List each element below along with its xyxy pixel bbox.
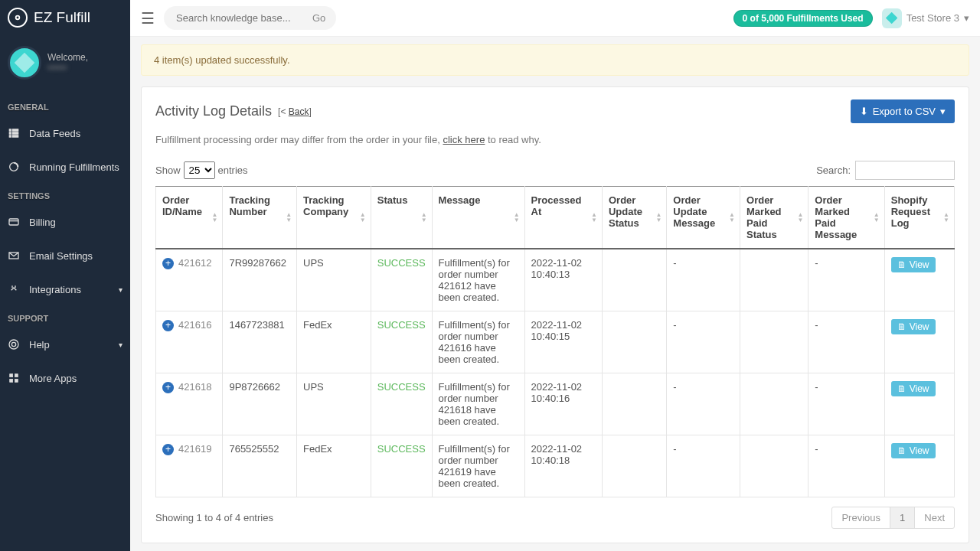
col-message[interactable]: Message▲▼: [432, 187, 524, 249]
svg-rect-16: [15, 379, 18, 382]
cell-message: Fulfillment(s) for order number 421616 h…: [432, 311, 524, 373]
store-switcher[interactable]: Test Store 3 ▾: [882, 8, 969, 28]
cell-processed-at: 2022-11-02 10:40:13: [524, 249, 602, 311]
note-pre: Fulfillment processing order may differ …: [155, 134, 443, 145]
page-title: Activity Log Details: [155, 103, 272, 119]
col-tracking-no[interactable]: Tracking Number▲▼: [223, 187, 297, 249]
table-row: +4216161467723881FedExSUCCESSFulfillment…: [156, 311, 955, 373]
cell-status: SUCCESS: [371, 373, 432, 435]
cell-message: Fulfillment(s) for order number 421619 h…: [432, 435, 524, 497]
search-input[interactable]: [175, 8, 305, 28]
col-processed-at[interactable]: Processed At▲▼: [524, 187, 602, 249]
col-tracking-co[interactable]: Tracking Company▲▼: [297, 187, 371, 249]
cell-status: SUCCESS: [371, 311, 432, 373]
sort-icon: ▲▼: [797, 212, 803, 223]
brand[interactable]: EZ Fulfill: [0, 0, 130, 35]
sidebar-item-more-apps[interactable]: More Apps: [0, 361, 130, 395]
cell-tracking-no: 765525552: [223, 435, 297, 497]
brand-name: EZ Fulfill: [34, 9, 90, 26]
svg-rect-13: [10, 374, 13, 377]
caret-down-icon: ▾: [940, 106, 946, 117]
usage-badge: 0 of 5,000 Fulfillments Used: [733, 10, 873, 27]
success-alert: 4 item(s) updated successfully.: [141, 44, 969, 76]
cell-omp-message: -: [808, 435, 884, 497]
pager-prev[interactable]: Previous: [832, 507, 890, 528]
export-csv-button[interactable]: ⬇ Export to CSV ▾: [851, 99, 955, 123]
svg-point-12: [11, 342, 15, 346]
sort-icon: ▲▼: [729, 212, 735, 223]
col-status[interactable]: Status▲▼: [371, 187, 432, 249]
sidebar-item-email-settings[interactable]: Email Settings: [0, 239, 130, 272]
sort-icon: ▲▼: [943, 212, 949, 223]
show-label: Show: [155, 165, 181, 176]
sidebar-item-data-feeds[interactable]: Data Feeds: [0, 116, 130, 150]
file-icon: 🗎: [897, 259, 906, 270]
table-controls: Show 25 entries Search:: [155, 161, 955, 180]
table-header-row: Order ID/Name▲▼ Tracking Number▲▼ Tracki…: [156, 187, 955, 249]
cell-processed-at: 2022-11-02 10:40:16: [524, 373, 602, 435]
note-link[interactable]: click here: [443, 134, 485, 145]
export-label: Export to CSV: [873, 106, 936, 117]
col-order[interactable]: Order ID/Name▲▼: [156, 187, 223, 249]
col-req-log[interactable]: Shopify Request Log▲▼: [884, 187, 954, 249]
store-name: Test Store 3: [906, 12, 959, 24]
chevron-down-icon: ▾: [964, 12, 969, 24]
view-log-button[interactable]: 🗎 View: [891, 257, 936, 272]
back-link[interactable]: Back: [289, 106, 309, 117]
expand-row-button[interactable]: +: [162, 444, 174, 455]
order-id: 421612: [178, 257, 211, 269]
note-post: to read why.: [485, 134, 541, 145]
view-log-button[interactable]: 🗎 View: [891, 443, 936, 458]
pager-next[interactable]: Next: [914, 507, 954, 528]
activity-log-table: Order ID/Name▲▼ Tracking Number▲▼ Tracki…: [155, 186, 955, 497]
pager-page-1[interactable]: 1: [890, 507, 914, 528]
cell-tracking-no: 1467723881: [223, 311, 297, 373]
cell-ou-status: [602, 249, 666, 311]
col-ou-message[interactable]: Order Update Message▲▼: [667, 187, 740, 249]
sort-icon: ▲▼: [212, 212, 218, 223]
cell-omp-message: -: [808, 373, 884, 435]
svg-rect-2: [12, 129, 18, 132]
cell-omp-message: -: [808, 311, 884, 373]
svg-rect-1: [9, 129, 11, 132]
chevron-down-icon: ▾: [119, 285, 122, 294]
cell-ou-status: [602, 311, 666, 373]
sidebar-item-billing[interactable]: Billing: [0, 205, 130, 239]
col-ou-status[interactable]: Order Update Status▲▼: [602, 187, 666, 249]
view-log-button[interactable]: 🗎 View: [891, 319, 936, 334]
chevron-down-icon: ▾: [119, 341, 122, 349]
card-icon: [8, 216, 20, 228]
lifebuoy-icon: [8, 338, 20, 350]
envelope-icon: [8, 249, 20, 262]
search-go-button[interactable]: Go: [305, 9, 333, 27]
sidebar-item-running-fulfillments[interactable]: Running Fulfillments: [0, 150, 130, 184]
svg-rect-3: [9, 132, 11, 135]
sidebar-item-label: Billing: [29, 217, 56, 228]
search-bar: Go: [164, 6, 336, 30]
sidebar-item-help[interactable]: Help ▾: [0, 328, 130, 361]
cell-processed-at: 2022-11-02 10:40:18: [524, 435, 602, 497]
view-log-button[interactable]: 🗎 View: [891, 381, 936, 396]
avatar: [8, 46, 41, 80]
sidebar-item-integrations[interactable]: Integrations ▾: [0, 272, 130, 306]
expand-row-button[interactable]: +: [162, 320, 174, 331]
col-omp-status[interactable]: Order Marked Paid Status▲▼: [740, 187, 808, 249]
expand-row-button[interactable]: +: [162, 382, 174, 393]
menu-toggle-icon[interactable]: ☰: [141, 9, 155, 28]
cell-ou-message: -: [667, 435, 740, 497]
cell-ou-message: -: [667, 373, 740, 435]
cell-tracking-no: 7R99287662: [223, 249, 297, 311]
cell-ou-status: [602, 373, 666, 435]
sidebar: EZ Fulfill Welcome, •••••• GENERAL Data …: [0, 0, 130, 551]
table-search-input[interactable]: [855, 161, 955, 180]
col-omp-message[interactable]: Order Marked Paid Message▲▼: [808, 187, 884, 249]
file-icon: 🗎: [897, 383, 906, 394]
expand-row-button[interactable]: +: [162, 258, 174, 269]
welcome-name: ••••••: [47, 63, 88, 73]
page-size-select[interactable]: 25: [184, 161, 215, 179]
processing-note: Fulfillment processing order may differ …: [155, 134, 955, 145]
sort-icon: ▲▼: [360, 212, 366, 223]
download-icon: ⬇: [860, 106, 868, 117]
table-row: +4216127R99287662UPSSUCCESSFulfillment(s…: [156, 249, 955, 311]
sidebar-item-label: Help: [29, 339, 50, 350]
